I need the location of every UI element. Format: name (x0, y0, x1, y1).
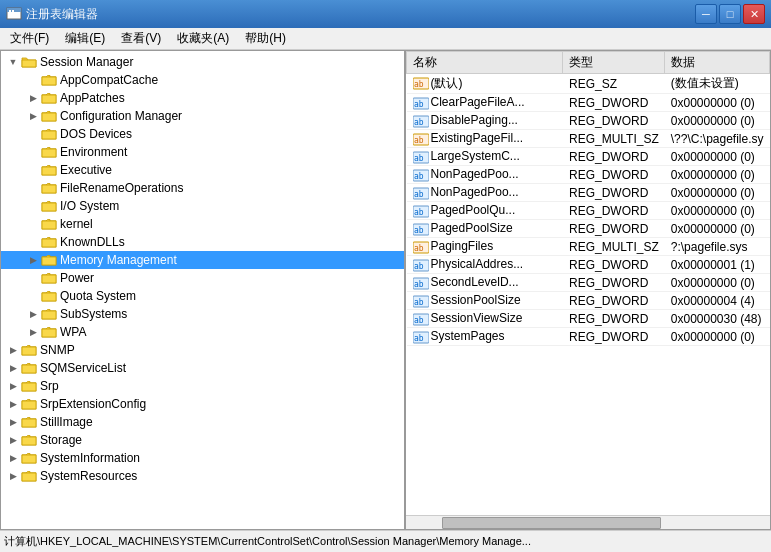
expand-icon[interactable]: ▶ (5, 432, 21, 448)
table-row[interactable]: abNonPagedPoo... REG_DWORD 0x00000000 (0… (407, 184, 770, 202)
folder-icon (41, 163, 57, 177)
tree-item[interactable]: ▶ DOS Devices (1, 125, 404, 143)
tree-item[interactable]: ▶ AppPatches (1, 89, 404, 107)
tree-item[interactable]: ▶ I/O System (1, 197, 404, 215)
tree-item[interactable]: ▶ AppCompatCache (1, 71, 404, 89)
menu-help[interactable]: 帮助(H) (237, 28, 294, 49)
expand-icon[interactable]: ▶ (5, 378, 21, 394)
menu-view[interactable]: 查看(V) (113, 28, 169, 49)
h-scroll-thumb[interactable] (442, 517, 660, 529)
table-row[interactable]: abPagedPoolQu... REG_DWORD 0x00000000 (0… (407, 202, 770, 220)
table-row[interactable]: abNonPagedPoo... REG_DWORD 0x00000000 (0… (407, 166, 770, 184)
table-row[interactable]: ab(默认) REG_SZ (数值未设置) (407, 74, 770, 94)
expand-icon[interactable]: ▶ (5, 468, 21, 484)
entry-type: REG_DWORD (563, 292, 665, 310)
expand-icon[interactable]: ▶ (5, 414, 21, 430)
svg-rect-17 (42, 311, 56, 319)
tree-item[interactable]: ▶ Environment (1, 143, 404, 161)
expand-icon[interactable]: ▶ (25, 108, 41, 124)
entry-name[interactable]: abClearPageFileA... (407, 94, 563, 112)
entry-name[interactable]: abSessionPoolSize (407, 292, 563, 310)
horizontal-scrollbar[interactable] (406, 515, 770, 529)
entry-name[interactable]: abDisablePaging... (407, 112, 563, 130)
entry-name[interactable]: abSecondLevelD... (407, 274, 563, 292)
folder-icon (21, 379, 37, 393)
tree-item[interactable]: ▶ Quota System (1, 287, 404, 305)
tree-item[interactable]: ▶ Memory Management (1, 251, 404, 269)
col-type[interactable]: 类型 (563, 52, 665, 74)
tree-item[interactable]: ▶ Storage (1, 431, 404, 449)
tree-item-label: Storage (40, 433, 82, 447)
table-row[interactable]: abDisablePaging... REG_DWORD 0x00000000 … (407, 112, 770, 130)
tree-item[interactable]: ▶ SrpExtensionConfig (1, 395, 404, 413)
entry-name[interactable]: abPagingFiles (407, 238, 563, 256)
expand-icon[interactable]: ▶ (5, 342, 21, 358)
registry-table[interactable]: 名称 类型 数据 ab(默认) REG_SZ (数值未设置) abClearPa… (406, 51, 770, 515)
tree-item[interactable]: ▶ SubSystems (1, 305, 404, 323)
folder-icon (41, 289, 57, 303)
menu-favorites[interactable]: 收藏夹(A) (169, 28, 237, 49)
expand-icon[interactable]: ▶ (25, 306, 41, 322)
folder-icon (21, 343, 37, 357)
table-row[interactable]: abSecondLevelD... REG_DWORD 0x00000000 (… (407, 274, 770, 292)
entry-name[interactable]: abPagedPoolSize (407, 220, 563, 238)
tree-item[interactable]: ▶ Power (1, 269, 404, 287)
tree-item[interactable]: ▶ KnownDLLs (1, 233, 404, 251)
expand-icon[interactable]: ▶ (25, 324, 41, 340)
entry-type: REG_DWORD (563, 328, 665, 346)
tree-item-label: Session Manager (40, 55, 133, 69)
entry-name[interactable]: abSystemPages (407, 328, 563, 346)
tree-item[interactable]: ▶ SNMP (1, 341, 404, 359)
svg-rect-18 (42, 329, 56, 337)
svg-text:ab: ab (414, 100, 424, 109)
table-row[interactable]: abPagingFiles REG_MULTI_SZ ?:\pagefile.s… (407, 238, 770, 256)
minimize-button[interactable]: ─ (695, 4, 717, 24)
tree-item[interactable]: ▶ Srp (1, 377, 404, 395)
table-row[interactable]: abLargeSystemC... REG_DWORD 0x00000000 (… (407, 148, 770, 166)
tree-item[interactable]: ▶ WPA (1, 323, 404, 341)
expand-icon[interactable]: ▶ (25, 90, 41, 106)
table-row[interactable]: abSystemPages REG_DWORD 0x00000000 (0) (407, 328, 770, 346)
table-row[interactable]: abClearPageFileA... REG_DWORD 0x00000000… (407, 94, 770, 112)
tree-item[interactable]: ▶ Executive (1, 161, 404, 179)
entry-name[interactable]: abSessionViewSize (407, 310, 563, 328)
table-row[interactable]: abPagedPoolSize REG_DWORD 0x00000000 (0) (407, 220, 770, 238)
tree-item[interactable]: ▶ FileRenameOperations (1, 179, 404, 197)
tree-item-label: SystemResources (40, 469, 137, 483)
table-row[interactable]: abSessionPoolSize REG_DWORD 0x00000004 (… (407, 292, 770, 310)
table-row[interactable]: abSessionViewSize REG_DWORD 0x00000030 (… (407, 310, 770, 328)
folder-icon (41, 235, 57, 249)
tree-pane[interactable]: ▼ Session Manager▶ AppCompatCache▶ AppPa… (1, 51, 406, 529)
table-row[interactable]: abExistingPageFil... REG_MULTI_SZ \??\C:… (407, 130, 770, 148)
tree-item[interactable]: ▼ Session Manager (1, 53, 404, 71)
menu-file[interactable]: 文件(F) (2, 28, 57, 49)
svg-rect-16 (42, 293, 56, 301)
entry-type: REG_MULTI_SZ (563, 130, 665, 148)
entry-name[interactable]: abNonPagedPoo... (407, 184, 563, 202)
tree-item[interactable]: ▶ Configuration Manager (1, 107, 404, 125)
tree-item[interactable]: ▶ SQMServiceList (1, 359, 404, 377)
tree-item[interactable]: ▶ kernel (1, 215, 404, 233)
expand-icon[interactable]: ▶ (5, 360, 21, 376)
tree-item[interactable]: ▶ SystemResources (1, 467, 404, 485)
entry-name[interactable]: ab(默认) (407, 74, 563, 94)
menu-edit[interactable]: 编辑(E) (57, 28, 113, 49)
col-data[interactable]: 数据 (665, 52, 770, 74)
folder-icon (41, 217, 57, 231)
expand-icon[interactable]: ▶ (5, 450, 21, 466)
entry-name[interactable]: abPhysicalAddres... (407, 256, 563, 274)
col-name[interactable]: 名称 (407, 52, 563, 74)
close-button[interactable]: ✕ (743, 4, 765, 24)
maximize-button[interactable]: □ (719, 4, 741, 24)
entry-name[interactable]: abNonPagedPoo... (407, 166, 563, 184)
entry-name[interactable]: abExistingPageFil... (407, 130, 563, 148)
expand-icon[interactable]: ▼ (5, 54, 21, 70)
expand-icon[interactable]: ▶ (25, 252, 41, 268)
entry-name[interactable]: abPagedPoolQu... (407, 202, 563, 220)
svg-text:ab: ab (414, 244, 424, 253)
table-row[interactable]: abPhysicalAddres... REG_DWORD 0x00000001… (407, 256, 770, 274)
expand-icon[interactable]: ▶ (5, 396, 21, 412)
entry-name[interactable]: abLargeSystemC... (407, 148, 563, 166)
tree-item[interactable]: ▶ StillImage (1, 413, 404, 431)
tree-item[interactable]: ▶ SystemInformation (1, 449, 404, 467)
